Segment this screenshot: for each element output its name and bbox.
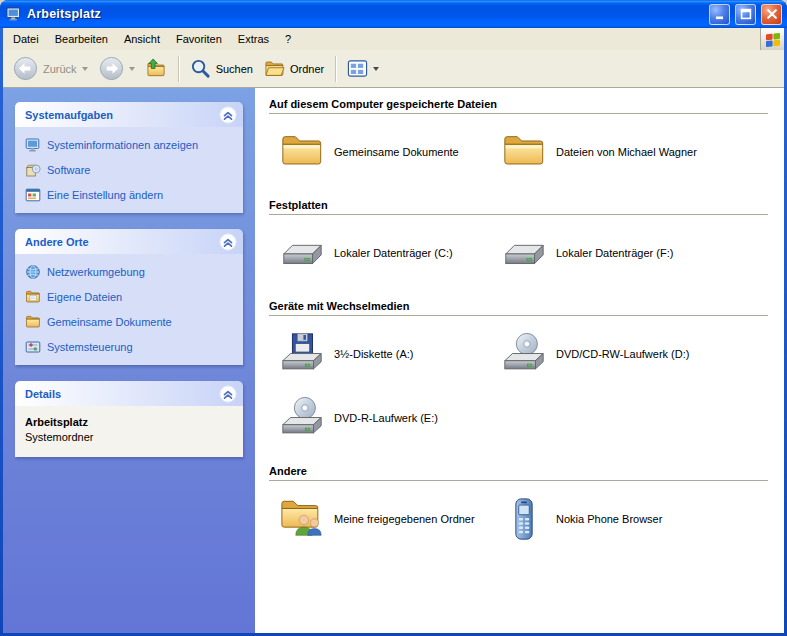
system-information-icon — [25, 137, 41, 153]
search-button-label: Suchen — [216, 63, 253, 75]
file-item-shared-documents[interactable]: Gemeinsame Dokumente — [279, 129, 501, 175]
panel-system-tasks: Systemaufgaben Systeminformationen anzei… — [15, 102, 243, 213]
drive-item-c[interactable]: Lokaler Datenträger (C:) — [279, 230, 501, 276]
sidebar-item-label: Eigene Dateien — [47, 291, 122, 303]
menu-favoriten[interactable]: Favoriten — [168, 30, 230, 48]
folders-button-label: Ordner — [290, 63, 324, 75]
file-item-shared-folders[interactable]: Meine freigegebenen Ordner — [279, 496, 501, 542]
sidebar-item-label: Gemeinsame Dokumente — [47, 316, 172, 328]
group-stored-files: Auf diesem Computer gespeicherte Dateien… — [269, 98, 768, 179]
phone-icon — [501, 496, 547, 542]
drive-item-label: 3½-Diskette (A:) — [334, 348, 413, 360]
drive-item-label: DVD-R-Laufwerk (E:) — [334, 412, 438, 424]
group-items: Gemeinsame Dokumente Dateien von Michael… — [269, 114, 768, 179]
forward-button[interactable] — [95, 53, 139, 84]
title-bar[interactable]: Arbeitsplatz — [0, 0, 787, 28]
collapse-chevron-icon[interactable] — [219, 233, 237, 251]
other-places-body: Netzwerkumgebung Eigene Dateien Gemeinsa… — [15, 254, 243, 365]
menu-ansicht[interactable]: Ansicht — [116, 30, 168, 48]
file-list-area: Auf diesem Computer gespeicherte Dateien… — [255, 88, 784, 633]
drive-item-e[interactable]: DVD-R-Laufwerk (E:) — [279, 395, 501, 441]
drive-item-label: Lokaler Datenträger (C:) — [334, 247, 453, 259]
close-button[interactable] — [761, 4, 782, 25]
group-title: Auf diesem Computer gespeicherte Dateien — [269, 98, 768, 114]
group-title: Geräte mit Wechselmedien — [269, 300, 768, 316]
shared-documents-icon — [25, 314, 41, 330]
panel-details: Details Arbeitsplatz Systemordner — [15, 381, 243, 457]
details-body: Arbeitsplatz Systemordner — [15, 406, 243, 457]
window-title: Arbeitsplatz — [27, 7, 704, 21]
sidebar-item-my-documents[interactable]: Eigene Dateien — [25, 289, 233, 305]
menu-help[interactable]: ? — [277, 30, 299, 48]
search-icon — [190, 58, 211, 79]
minimize-icon — [713, 7, 727, 21]
menu-bearbeiten[interactable]: Bearbeiten — [47, 30, 116, 48]
drive-item-f[interactable]: Lokaler Datenträger (F:) — [501, 230, 768, 276]
network-icon — [25, 264, 41, 280]
drive-item-label: Lokaler Datenträger (F:) — [556, 247, 673, 259]
maximize-icon — [739, 7, 753, 21]
content-area: Systemaufgaben Systeminformationen anzei… — [3, 88, 784, 633]
system-tasks-body: Systeminformationen anzeigen Software Ei… — [15, 127, 243, 213]
file-item-user-files[interactable]: Dateien von Michael Wagner — [501, 129, 768, 175]
forward-dropdown-icon — [129, 67, 135, 71]
details-header[interactable]: Details — [15, 381, 243, 406]
file-item-label: Dateien von Michael Wagner — [556, 146, 697, 158]
menu-extras[interactable]: Extras — [230, 30, 277, 48]
task-pane: Systemaufgaben Systeminformationen anzei… — [3, 88, 255, 633]
hard-drive-icon — [279, 230, 325, 276]
details-item-type: Systemordner — [25, 431, 233, 443]
drive-item-a[interactable]: 3½-Diskette (A:) — [279, 331, 501, 377]
drive-item-d[interactable]: DVD/CD-RW-Laufwerk (D:) — [501, 331, 768, 377]
up-folder-icon — [146, 58, 167, 79]
back-button[interactable]: Zurück — [9, 53, 92, 84]
hard-drive-icon — [501, 230, 547, 276]
folders-icon — [264, 58, 285, 79]
my-documents-icon — [25, 289, 41, 305]
my-computer-icon — [6, 6, 22, 22]
menu-datei[interactable]: Datei — [5, 30, 47, 48]
other-places-header[interactable]: Andere Orte — [15, 229, 243, 254]
window-body: Datei Bearbeiten Ansicht Favoriten Extra… — [3, 28, 784, 633]
change-setting-icon — [25, 187, 41, 203]
back-button-label: Zurück — [43, 63, 77, 75]
file-item-label: Nokia Phone Browser — [556, 513, 662, 525]
sidebar-item-label: Netzwerkumgebung — [47, 266, 145, 278]
sidebar-item-system-information[interactable]: Systeminformationen anzeigen — [25, 137, 233, 153]
sidebar-item-shared-documents[interactable]: Gemeinsame Dokumente — [25, 314, 233, 330]
panel-other-places: Andere Orte Netzwerkumgebung Eigene Date… — [15, 229, 243, 365]
folder-icon — [279, 129, 325, 175]
group-removable-media: Geräte mit Wechselmedien 3½-Diskette (A:… — [269, 300, 768, 445]
collapse-chevron-icon[interactable] — [219, 385, 237, 403]
software-icon — [25, 162, 41, 178]
drive-item-label: DVD/CD-RW-Laufwerk (D:) — [556, 348, 689, 360]
up-button[interactable] — [142, 55, 171, 82]
group-items: 3½-Diskette (A:) DVD/CD-RW-Laufwerk (D:)… — [269, 316, 768, 445]
sidebar-item-label: Systeminformationen anzeigen — [47, 139, 198, 151]
search-button[interactable]: Suchen — [186, 55, 257, 82]
system-tasks-title: Systemaufgaben — [25, 109, 113, 121]
sidebar-item-software[interactable]: Software — [25, 162, 233, 178]
shared-folder-icon — [279, 496, 325, 542]
folder-icon — [501, 129, 547, 175]
group-other: Andere Meine freigegebenen Ordner Nokia … — [269, 465, 768, 546]
minimize-button[interactable] — [709, 4, 730, 25]
maximize-button[interactable] — [735, 4, 756, 25]
group-items: Lokaler Datenträger (C:) Lokaler Datentr… — [269, 215, 768, 280]
sidebar-item-change-setting[interactable]: Eine Einstellung ändern — [25, 187, 233, 203]
sidebar-item-control-panel[interactable]: Systemsteuerung — [25, 339, 233, 355]
sidebar-item-label: Software — [47, 164, 90, 176]
file-item-label: Gemeinsame Dokumente — [334, 146, 459, 158]
folders-button[interactable]: Ordner — [260, 55, 328, 82]
views-button[interactable] — [343, 55, 383, 82]
toolbar: Zurück Suchen Ordner — [3, 50, 784, 88]
collapse-chevron-icon[interactable] — [219, 106, 237, 124]
explorer-window: Arbeitsplatz Datei Bearbeiten Ansicht Fa… — [0, 0, 787, 636]
file-item-nokia-phone-browser[interactable]: Nokia Phone Browser — [501, 496, 768, 542]
details-title: Details — [25, 388, 61, 400]
system-tasks-header[interactable]: Systemaufgaben — [15, 102, 243, 127]
sidebar-item-network[interactable]: Netzwerkumgebung — [25, 264, 233, 280]
cd-drive-icon — [501, 331, 547, 377]
sidebar-item-label: Systemsteuerung — [47, 341, 133, 353]
sidebar-item-label: Eine Einstellung ändern — [47, 189, 163, 201]
